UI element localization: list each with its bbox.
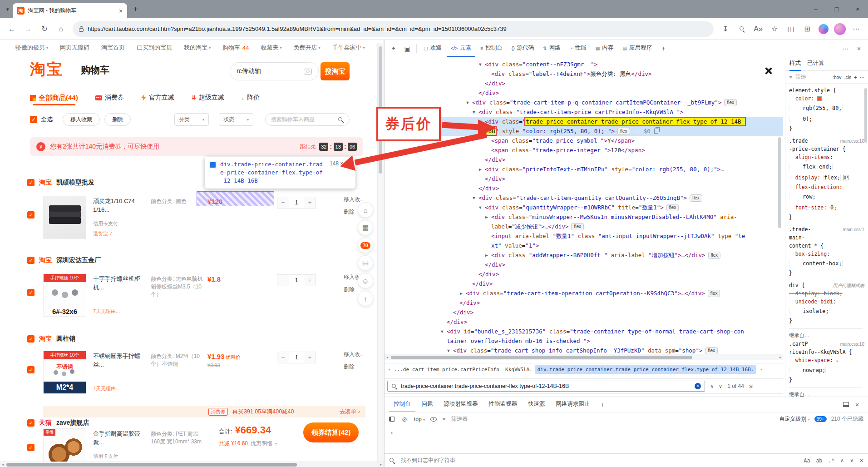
css-line[interactable]: color: [789,94,866,103]
css-line[interactable]: display: block; [789,289,866,298]
devtools-tab[interactable]: ▦内存 [591,40,617,57]
scrollbar-thumb[interactable] [391,356,692,359]
coupon-banner[interactable]: ¥ 您有2张共计140元消费券，可尽快使用 距结束 32:13:06 [30,137,363,156]
clear-console-icon[interactable]: ⊘ [400,413,409,426]
cart-tab[interactable]: 官方立减 [141,94,174,102]
settings-more-icon[interactable]: ⋯ [849,22,863,36]
devtools-divider[interactable] [384,40,385,467]
product-image[interactable] [43,196,86,239]
code-line[interactable]: ▼<div class="trade-cart-item-p-q-contain… [385,98,783,107]
refresh-icon[interactable]: ↻ [37,22,52,36]
code-line[interactable]: <span class="trade-price-symbol ">¥</spa… [385,136,783,145]
search-next-icon[interactable]: ∨ [719,383,722,389]
css-line[interactable]: } [789,269,866,277]
site-nav-link[interactable]: 购物车44 [222,44,249,52]
css-line[interactable]: white-space: ▸ [789,356,866,365]
cart-tab[interactable]: ⇊超级立减 [192,94,224,102]
context-selector[interactable]: top ▾ [414,416,425,422]
select-all-checkbox[interactable]: ✓ [30,116,37,123]
code-line[interactable]: ▼<div class="trade-cart-item-price cartP… [385,107,783,117]
css-line[interactable]: align-items: [789,153,866,161]
flex-badge[interactable]: flex [705,347,718,354]
breadcrumb-scroll-right-icon[interactable]: ▸ [759,368,764,372]
code-line[interactable]: xt" value="1"> [385,241,783,250]
stylesheet-link[interactable]: main.css:1 [843,226,864,234]
whole-word-toggle[interactable]: ab [816,457,822,464]
css-line[interactable]: } [789,317,866,325]
code-line[interactable]: ▶<div class="trade-cart-item-operation c… [385,288,783,298]
css-line[interactable]: main.css:10.trade [789,137,866,145]
delete-item-link[interactable]: 删除 [344,286,355,293]
find-prev-icon[interactable]: ∧ [840,457,844,463]
css-line[interactable]: flex-end; [789,161,866,172]
elements-horizontal-scrollbar[interactable]: ◂ ▸ [385,354,783,360]
css-line[interactable]: main- [789,234,866,242]
site-nav-link[interactable]: 网页无障碍 [60,44,89,52]
delete-item-link[interactable]: 删除 [344,363,355,371]
site-nav-link[interactable]: 千牛卖家中▾ [332,44,365,52]
shop-name-link[interactable]: 深圳宏达五金厂 [56,256,101,264]
item-checkbox[interactable]: ✓ [27,444,35,451]
item-checkbox[interactable]: ✓ [27,366,35,373]
code-line[interactable]: tainer overflow-hidden mb-16 is-checked … [385,336,783,346]
quantity-value[interactable]: 1 [289,352,304,363]
site-nav-link[interactable]: 收藏夹▾ [261,44,282,52]
elements-vertical-scrollbar[interactable] [778,60,782,351]
home-icon[interactable]: ⌂ [358,202,373,218]
scroll-right-icon[interactable]: ▸ [378,462,384,467]
shop-checkbox[interactable]: ✓ [27,257,35,264]
close-search-icon[interactable]: × [749,383,753,390]
drawer-tab[interactable]: 控制台 [389,397,415,412]
stylesheet-link[interactable]: main.css:10 [840,340,864,348]
devtools-tab[interactable]: ◔性能 [566,40,590,57]
drawer-tab[interactable]: 性能监视器 [484,397,522,412]
code-line[interactable]: ▶<div class="minusWrapper--Mw5Kus1n minu… [385,212,783,222]
code-line[interactable]: ▶<div class="priceInfoText--mTMinIPu" st… [385,164,783,174]
flex-badge[interactable]: flex [708,290,720,297]
live-expression-icon[interactable] [430,417,437,422]
item-title[interactable]: 不锈钢圆形手拧螺丝... [93,352,149,369]
shop-name-link[interactable]: zave旗舰店 [56,419,89,427]
scroll-left-icon[interactable]: ◂ [0,462,5,467]
address-bar[interactable]: https://cart.taobao.com/cart.htm?spm=a21… [73,21,714,37]
styles-tab[interactable]: 样式 [789,57,801,71]
orders-icon[interactable]: ▤ [358,255,373,271]
drawer-tab[interactable]: 网络请求阻止 [552,397,595,412]
styles-toolbar-button[interactable]: + [854,75,857,80]
flex-badge[interactable]: flex [724,99,737,106]
code-line[interactable]: </div> [385,184,783,193]
stylesheet-link[interactable]: 用户代理样式表 [833,282,864,290]
tab-search-icon[interactable]: ▾ [6,6,9,12]
code-line[interactable]: <input aria-label="数量1" class="ant-input… [385,231,783,241]
flex-badge[interactable]: flex [708,252,721,259]
code-line[interactable]: label="减少按钮">…</div>flex [385,222,783,231]
messages-badge[interactable]: 99+ [814,416,827,422]
log-level-selector[interactable]: 自定义级别 ▾ [779,415,809,423]
scrollbar-thumb[interactable] [6,463,297,467]
site-nav-link[interactable]: 我的淘宝▾ [184,44,211,52]
close-window-icon[interactable]: × [847,0,868,18]
flex-badge[interactable]: flex [690,194,702,202]
inspect-icon[interactable]: ⌖ [387,42,400,55]
cart-filter-search[interactable]: 搜索购物车内商品 [265,113,350,126]
styles-tab[interactable]: 已计算 [807,57,824,71]
item-title[interactable]: 顽皮龙1/10 C74 1/16... [93,197,149,214]
find-next-icon[interactable]: ∨ [850,457,853,463]
checkout-button[interactable]: 领券结算(42) [303,422,359,442]
css-line[interactable]: box-sizing: [789,250,866,258]
shop-name-link[interactable]: 圆柱销 [56,335,75,343]
close-devtools-icon[interactable]: × [853,42,865,55]
decrease-button[interactable]: − [277,197,289,208]
flex-badge[interactable]: flex [571,223,584,230]
code-line[interactable]: </div> [385,317,783,327]
increase-button[interactable]: + [304,197,316,208]
dock-drawer-icon[interactable] [843,402,849,407]
clear-search-icon[interactable]: × [695,383,701,389]
minimize-icon[interactable]: – [805,0,826,18]
regex-toggle[interactable]: .* [828,457,834,464]
scrollbar-thumb[interactable] [864,88,867,143]
code-line[interactable]: </div> [385,279,783,288]
cart-select[interactable]: 分类▾ [174,113,209,126]
styles-toolbar-button[interactable]: .cls [844,75,852,80]
code-line[interactable]: 16B" style="color: rgb(255, 80, 0); ">fl… [385,126,783,136]
